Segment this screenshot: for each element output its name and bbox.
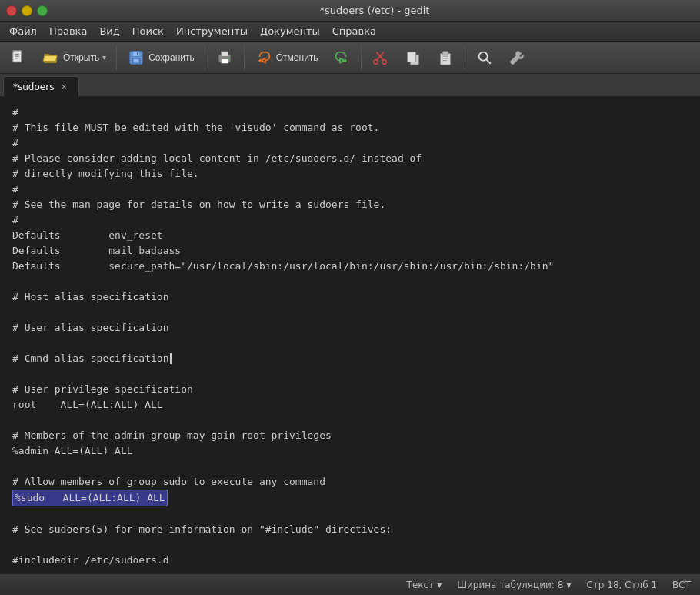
svg-rect-10 <box>221 51 228 55</box>
menu-edit[interactable]: Правка <box>43 24 93 38</box>
insert-mode: ВСТ <box>672 580 691 590</box>
editor-line <box>12 366 688 382</box>
tools-button[interactable] <box>502 44 532 72</box>
editor-line: Defaults env_reset <box>12 228 688 243</box>
editor-line <box>12 413 688 428</box>
menu-bar: Файл Правка Вид Поиск Инструменты Докуме… <box>0 22 700 42</box>
tab-label: *sudoers <box>13 82 54 92</box>
toolbar-separator-5 <box>465 46 465 69</box>
editor-line: root ALL=(ALL:ALL) ALL <box>12 397 688 413</box>
toolbar-separator-2 <box>205 46 205 69</box>
editor-line <box>12 336 688 351</box>
editor-line: #includedir /etc/sudoers.d <box>12 553 688 568</box>
tools-icon <box>508 48 526 67</box>
editor-area[interactable]: ## This file MUST be edited with the 'vi… <box>0 97 700 573</box>
svg-marker-14 <box>344 58 347 62</box>
cut-icon <box>372 48 390 67</box>
editor-line: # <box>12 105 688 120</box>
print-icon <box>215 48 234 67</box>
editor-line: # <box>12 135 688 151</box>
close-button[interactable] <box>6 5 17 16</box>
new-icon <box>9 48 28 67</box>
window-title: *sudoers (/etc) - gedit <box>55 5 694 16</box>
editor-line: # Please consider adding local content i… <box>12 151 688 166</box>
cut-button[interactable] <box>365 44 396 72</box>
new-button[interactable] <box>3 44 34 72</box>
menu-tools[interactable]: Инструменты <box>170 24 254 38</box>
undo-button[interactable]: Отменить <box>248 44 325 72</box>
copy-button[interactable] <box>398 44 428 72</box>
editor-line <box>12 274 688 289</box>
tab-width-value: 8 <box>558 580 564 590</box>
editor-line: # User privilege specification <box>12 382 688 397</box>
cursor-line-text: # Cmnd alias specification <box>12 351 169 366</box>
editor-line: # <box>12 212 688 228</box>
editor-line: # Members of the admin group may gain ro… <box>12 428 688 443</box>
title-bar: *sudoers (/etc) - gedit <box>0 0 700 22</box>
text-mode-label: Текст <box>407 580 435 590</box>
paste-button[interactable] <box>430 44 461 72</box>
toolbar: Открыть ▾ Сохранить <box>0 42 700 74</box>
tab-width-selector[interactable]: Ширина табуляции: 8 ▾ <box>457 580 571 590</box>
menu-view[interactable]: Вид <box>93 24 125 38</box>
editor-line: # This file MUST be edited with the 'vis… <box>12 120 688 135</box>
editor-line <box>12 459 688 474</box>
save-icon <box>127 48 145 67</box>
svg-rect-8 <box>137 52 138 55</box>
maximize-button[interactable] <box>37 5 48 16</box>
svg-point-17 <box>373 59 378 64</box>
svg-point-18 <box>382 59 386 64</box>
editor-line: # Allow members of group sudo to execute… <box>12 474 688 490</box>
editor-line: # <box>12 182 688 197</box>
svg-rect-20 <box>407 52 415 62</box>
copy-icon <box>404 48 422 67</box>
find-button[interactable] <box>469 44 500 72</box>
redo-icon <box>332 48 351 67</box>
svg-rect-7 <box>133 58 138 62</box>
editor-line: Defaults mail_badpass <box>12 243 688 259</box>
toolbar-separator-4 <box>361 46 362 69</box>
svg-rect-22 <box>442 51 448 55</box>
tab-width-label: Ширина табуляции: <box>457 580 555 590</box>
editor-line: # See sudoers(5) for more information on… <box>12 522 688 537</box>
editor-line: # directly modifying this file. <box>12 166 688 182</box>
open-icon <box>42 48 60 67</box>
menu-file[interactable]: Файл <box>3 24 43 38</box>
editor-line: Defaults secure_path="/usr/local/sbin:/u… <box>12 259 688 274</box>
menu-documents[interactable]: Документы <box>254 24 326 38</box>
redo-button[interactable] <box>326 44 357 72</box>
editor-line: # Cmnd alias specification <box>12 351 688 366</box>
open-dropdown-arrow[interactable]: ▾ <box>102 53 106 62</box>
highlighted-text: %sudo ALL=(ALL:ALL) ALL <box>12 490 168 506</box>
editor-line <box>12 305 688 320</box>
tab-width-arrow: ▾ <box>566 580 571 590</box>
svg-rect-5 <box>133 51 140 55</box>
toolbar-separator-3 <box>244 46 245 69</box>
editor-line <box>12 506 688 522</box>
window-controls <box>6 5 48 16</box>
text-mode-arrow: ▾ <box>437 580 442 590</box>
editor-line: # Host alias specification <box>12 289 688 305</box>
svg-rect-11 <box>221 58 228 63</box>
print-button[interactable] <box>209 44 240 72</box>
status-bar: Текст ▾ Ширина табуляции: 8 ▾ Стр 18, Ст… <box>0 573 700 595</box>
tab-sudoers[interactable]: *sudoers × <box>3 76 79 96</box>
editor-line: # User alias specification <box>12 320 688 336</box>
editor-content: ## This file MUST be edited with the 'vi… <box>6 100 694 573</box>
open-label: Открыть <box>63 52 99 63</box>
search-icon <box>475 48 494 67</box>
menu-search[interactable]: Поиск <box>126 24 170 38</box>
editor-line: %admin ALL=(ALL) ALL <box>12 443 688 459</box>
open-button[interactable]: Открыть ▾ <box>35 44 112 72</box>
paste-icon <box>436 48 455 67</box>
minimize-button[interactable] <box>22 5 32 16</box>
save-button[interactable]: Сохранить <box>121 44 201 72</box>
toolbar-separator-1 <box>116 46 117 69</box>
svg-line-27 <box>486 59 490 63</box>
tab-bar: *sudoers × <box>0 74 700 97</box>
menu-help[interactable]: Справка <box>326 24 382 38</box>
undo-icon <box>255 48 273 67</box>
tab-close-button[interactable]: × <box>58 82 69 92</box>
text-mode-selector[interactable]: Текст ▾ <box>407 580 442 590</box>
text-cursor <box>170 353 172 364</box>
